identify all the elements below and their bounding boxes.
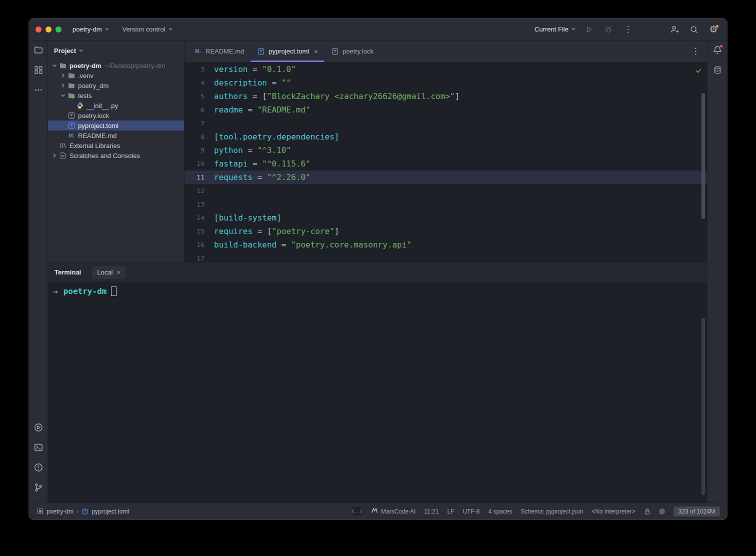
line-text: requests = "^2.26.0" (214, 170, 310, 184)
structure-tool-icon[interactable] (32, 63, 46, 77)
terminal-header: Terminal Local × (48, 262, 707, 282)
tree-item-README.md[interactable]: M↓README.md (48, 130, 184, 140)
tree-item-poetry-dm[interactable]: poetry-dm~/Desktop/poetry-dm (48, 60, 184, 70)
run-config-selector[interactable]: Current File (534, 26, 576, 33)
tree-item-label: pyproject.toml (78, 122, 118, 130)
code-line-10[interactable]: 10fastapi = "^0.115.6" (184, 157, 707, 170)
breadcrumb: poetry-dm › pyproject.toml (36, 508, 129, 515)
code-line-7[interactable]: 7 (184, 116, 707, 130)
tree-item-pyproject.toml[interactable]: pyproject.toml (48, 120, 184, 130)
notifications-bell-icon[interactable] (710, 43, 724, 57)
close-icon[interactable]: × (116, 268, 120, 276)
toml-file-gray-icon (68, 112, 76, 120)
inspections-check-icon[interactable] (695, 66, 702, 76)
zoom-window-button[interactable] (56, 26, 62, 32)
editor-tab-poetry.lock[interactable]: poetry.lock (324, 40, 380, 62)
chevron-right-icon (51, 152, 58, 160)
tab-label: pyproject.toml (268, 48, 309, 55)
code-line-17[interactable]: 17 (184, 252, 707, 262)
tree-item-External Libraries[interactable]: External Libraries (48, 140, 184, 150)
lock-icon[interactable] (644, 508, 650, 515)
project-panel-title: Project (54, 47, 76, 54)
code-line-4[interactable]: 4description = "" (184, 76, 707, 90)
line-number: 10 (184, 157, 204, 170)
encoding-selector[interactable]: UTF-8 (462, 508, 480, 515)
code-line-8[interactable]: 8[tool.poetry.dependencies] (184, 130, 707, 144)
tree-item-label: tests (78, 92, 92, 100)
traffic-lights (36, 26, 62, 32)
breadcrumb-project[interactable]: poetry-dm (46, 508, 74, 515)
editor-tabbar: M↓README.mdpyproject.toml×poetry.lock ⋮ (184, 40, 707, 62)
code-line-11[interactable]: 11requests = "^2.26.0" (184, 170, 707, 184)
more-actions-icon[interactable]: ⋮ (622, 23, 634, 36)
problems-tool-icon[interactable] (32, 460, 46, 474)
tree-item-.venv[interactable]: .venv (48, 70, 184, 80)
line-number: 15 (184, 224, 204, 238)
editor-tab-README.md[interactable]: M↓README.md (188, 40, 250, 62)
tree-item-__init__.py[interactable]: __init__.py (48, 100, 184, 110)
minimize-window-button[interactable] (46, 26, 52, 32)
project-panel-header[interactable]: Project (48, 40, 184, 60)
tree-item-label: External Libraries (70, 142, 120, 150)
line-ending-selector[interactable]: LF (447, 508, 454, 515)
database-tool-icon[interactable] (710, 63, 724, 77)
line-number: 5 (184, 90, 204, 103)
titlebar: poetry-dm Version control Current File ⋮… (29, 18, 727, 40)
tab-label: README.md (206, 48, 244, 55)
code-line-14[interactable]: 14[build-system] (184, 211, 707, 224)
editor-body[interactable]: 3version = "0.1.0"4description = ""5auth… (184, 62, 707, 262)
interpreter-selector[interactable]: <No interpreter> (592, 508, 635, 515)
terminal-tab-local[interactable]: Local × (92, 266, 126, 279)
run-tool-icon[interactable] (32, 420, 46, 434)
terminal-scrollbar[interactable] (702, 318, 705, 495)
tree-item-Scratches and Consoles[interactable]: Scratches and Consoles (48, 150, 184, 160)
debug-icon[interactable] (602, 23, 615, 36)
libraries-icon (59, 142, 67, 150)
indent-selector[interactable]: 4 spaces (488, 508, 512, 515)
version-control-tool-icon[interactable] (32, 480, 46, 494)
terminal-tool-icon[interactable] (32, 440, 46, 454)
python-file-icon (76, 102, 84, 110)
code-line-6[interactable]: 6readme = "README.md" (184, 103, 707, 116)
code-line-5[interactable]: 5authors = ["BlockZachary <zachary26626@… (184, 90, 707, 103)
folder-icon (68, 82, 76, 90)
code-line-3[interactable]: 3version = "0.1.0" (184, 62, 707, 76)
code-line-9[interactable]: 9python = "^3.10" (184, 144, 707, 157)
toml-file-blue-icon (257, 48, 265, 56)
terminal-body[interactable]: → poetry-dm (48, 282, 707, 502)
run-config-label: Current File (534, 26, 568, 33)
schema-selector[interactable]: Schema: pyproject.json (520, 508, 583, 515)
tree-item-label: README.md (78, 132, 116, 140)
tree-item-tests[interactable]: tests (48, 90, 184, 100)
close-icon[interactable]: × (314, 47, 318, 56)
breadcrumb-file[interactable]: pyproject.toml (92, 508, 129, 515)
vcs-selector[interactable]: Version control (122, 26, 173, 33)
marscode-status[interactable]: MarsCode AI (371, 507, 416, 516)
code-line-13[interactable]: 13 (184, 198, 707, 211)
scratches-icon (59, 152, 67, 160)
code-line-16[interactable]: 16build-backend = "poetry.core.masonry.a… (184, 238, 707, 252)
code-braces-icon[interactable]: {..} (352, 507, 362, 516)
close-window-button[interactable] (36, 26, 42, 32)
search-icon[interactable] (688, 23, 700, 36)
editor-options-icon[interactable]: ⋮ (689, 45, 702, 58)
editor-scrollbar[interactable] (702, 93, 705, 219)
editor-tab-pyproject.toml[interactable]: pyproject.toml× (250, 40, 324, 62)
prompt-text: poetry-dm (64, 286, 107, 296)
code-line-12[interactable]: 12 (184, 184, 707, 198)
tree-item-poetry_dm[interactable]: poetry_dm (48, 80, 184, 90)
code-area: 3version = "0.1.0"4description = ""5auth… (184, 62, 707, 262)
project-selector[interactable]: poetry-dm (72, 26, 110, 33)
add-user-icon[interactable] (668, 23, 681, 36)
project-panel: Project poetry-dm~/Desktop/poetry-dm.ven… (48, 40, 184, 262)
tree-item-poetry.lock[interactable]: poetry.lock (48, 110, 184, 120)
code-line-15[interactable]: 15requires = ["poetry-core"] (184, 224, 707, 238)
run-icon[interactable] (582, 23, 596, 36)
memory-indicator[interactable]: 323 of 1024M (674, 506, 720, 516)
more-tools-icon[interactable] (32, 83, 46, 97)
settings-icon[interactable]: ⚙ (707, 23, 720, 36)
line-number: 13 (184, 198, 204, 211)
line-text: readme = "README.md" (214, 103, 310, 116)
left-toolbar (29, 40, 48, 502)
project-tool-icon[interactable] (32, 43, 46, 57)
